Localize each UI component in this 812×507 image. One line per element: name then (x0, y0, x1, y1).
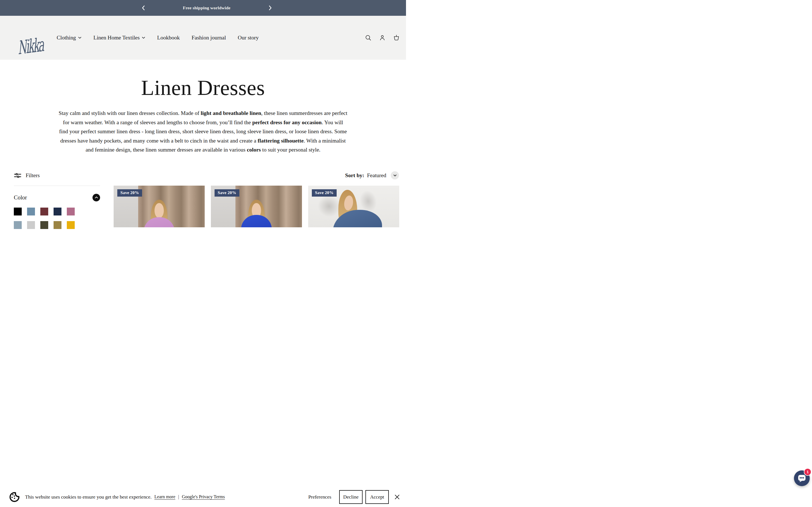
filter-knob (16, 173, 17, 175)
product-card-blue-shirt-dress[interactable]: Save 20% (211, 186, 302, 229)
nav-item-label: Our story (238, 35, 259, 41)
chevron-down-icon (78, 37, 82, 39)
color-swatches (14, 208, 100, 229)
description-bold-text: light and breathable linen (201, 110, 261, 116)
collection-toolbar: Filters Sort by: Featured (0, 170, 406, 181)
description-text: to suit your personal style. (261, 147, 320, 153)
nav-item-fashion-journal[interactable]: Fashion journal (192, 35, 226, 41)
search-icon[interactable] (365, 34, 371, 41)
header-icons (365, 16, 400, 60)
account-icon[interactable] (379, 34, 386, 41)
nav-item-label: Linen Home Textiles (93, 35, 140, 41)
site-header: Nikka ClothingLinen Home TextilesLookboo… (0, 16, 406, 60)
sale-badge: Save 20% (214, 189, 239, 196)
color-swatch-mauve[interactable] (67, 208, 75, 216)
product-card-denim-blue-top[interactable]: Save 20% (308, 186, 399, 229)
color-swatch-light-blue[interactable] (14, 221, 22, 229)
description-bold-text: perfect dress for any occasion (252, 119, 322, 125)
color-swatch-light-grey[interactable] (27, 221, 35, 229)
filters-label: Filters (26, 172, 40, 179)
sort-control[interactable]: Sort by: Featured (345, 171, 399, 179)
announcement-text: Free shipping worldwide (183, 5, 231, 10)
sort-chevron-down-icon[interactable] (391, 171, 399, 179)
nav-item-lookbook[interactable]: Lookbook (157, 35, 180, 41)
nav-item-label: Lookbook (157, 35, 180, 41)
nav-item-clothing[interactable]: Clothing (57, 35, 82, 41)
announcement-bar: Free shipping worldwide (0, 0, 406, 16)
color-collapse-button[interactable] (93, 194, 100, 202)
page-title: Linen Dresses (0, 74, 406, 101)
cart-icon[interactable] (393, 34, 400, 41)
color-swatch-yellow[interactable] (67, 221, 75, 229)
color-swatch-navy[interactable] (54, 208, 61, 216)
color-swatch-maroon[interactable] (40, 208, 48, 216)
description-bold-text: colors (247, 147, 261, 153)
collection-content: Color Save 20%Save 20%Save 20% (0, 186, 406, 229)
nav-item-label: Fashion journal (192, 35, 226, 41)
nav-item-linen-home-textiles[interactable]: Linen Home Textiles (93, 35, 145, 41)
description-text: Stay calm and stylish with our linen dre… (59, 110, 201, 116)
color-filter-title: Color (14, 194, 27, 201)
sort-label: Sort by: (345, 172, 364, 179)
color-swatch-black[interactable] (14, 208, 22, 216)
brand-logo[interactable]: Nikka (18, 34, 44, 59)
product-card-pink-dress[interactable]: Save 20% (114, 186, 205, 229)
announcement-prev-icon[interactable] (139, 4, 147, 12)
color-swatch-olive-gold[interactable] (54, 221, 61, 229)
chevron-down-icon (142, 37, 145, 39)
filter-sidebar: Color (14, 186, 100, 229)
description-bold-text: flattering silhouette (258, 138, 304, 144)
filters-button[interactable]: Filters (14, 172, 40, 179)
announcement-next-icon[interactable] (266, 4, 274, 12)
nav-item-our-story[interactable]: Our story (238, 35, 259, 41)
sale-badge: Save 20% (312, 189, 337, 196)
product-grid: Save 20%Save 20%Save 20% (114, 186, 399, 229)
sale-badge: Save 20% (117, 189, 142, 196)
nav-item-label: Clothing (57, 35, 76, 41)
color-swatch-dark-olive[interactable] (40, 221, 48, 229)
collection-description: Stay calm and stylish with our linen dre… (59, 109, 347, 155)
sort-value: Featured (367, 172, 386, 179)
color-swatch-steel-blue[interactable] (27, 208, 35, 216)
main-nav: ClothingLinen Home TextilesLookbookFashi… (57, 16, 259, 60)
